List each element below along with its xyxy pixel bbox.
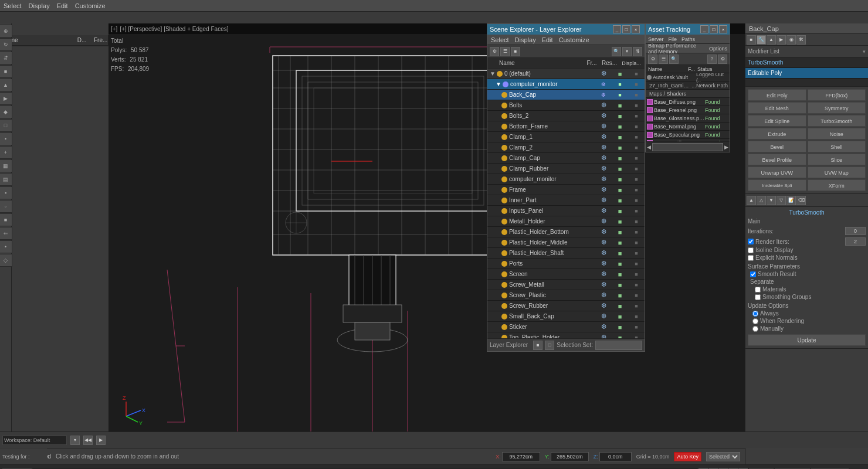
se-toolbar-icon3[interactable]: ■ [511,47,520,56]
ts-smoothing-check[interactable] [755,294,761,300]
stack-icon6[interactable]: ⌫ [796,196,806,205]
tool-6[interactable]: ▶ [0,92,12,105]
se-toolbar-icon1[interactable]: ⚙ [490,47,499,56]
tool-14[interactable]: ▫ [0,200,12,213]
ts-render-iters-check[interactable] [748,239,754,244]
btn-shell[interactable]: Shell [808,141,866,152]
scene-item-plastic-holder-middle[interactable]: Plastic_Holder_Middle ❆■■ [487,237,645,248]
btn-bevel-profile[interactable]: Bevel Profile [748,154,806,165]
btn-uvw-map[interactable]: UVW Map [808,166,866,178]
coord-z-input[interactable] [599,452,632,461]
timeline-nav-play[interactable]: ▶ [96,436,106,445]
close-btn[interactable]: × [632,25,640,33]
scene-footer-icon2[interactable]: □ [545,341,554,350]
btn-symmetry[interactable]: Symmetry [808,102,866,114]
at-menu-file[interactable]: File [669,36,677,42]
stack-icon1[interactable]: ▲ [747,196,756,205]
at-tool2[interactable]: ☰ [659,55,668,64]
scene-item-computer-monitor-group[interactable]: ▼ computer_monitor ❆ ■ ■ [487,79,645,90]
scene-item-bottom-frame[interactable]: Bottom_Frame ❆■■ [487,121,645,132]
btn-inrderable-spli[interactable]: Inrderable Spli [748,179,806,191]
se-toolbar-search[interactable]: 🔍 [612,47,621,56]
scene-item-clamp-rubber[interactable]: Clamp_Rubber ❆■■ [487,164,645,174]
at-tool3[interactable]: 🔍 [669,55,679,64]
coord-x-input[interactable] [502,452,540,461]
scene-item-clamp-cap[interactable]: Clamp_Cap ❆■■ [487,153,645,164]
se-toolbar-icon2[interactable]: ☰ [500,47,510,56]
asset-row-specular[interactable]: Base_Specular.png Found [646,131,730,139]
se-menu-customize[interactable]: Customize [559,36,589,43]
scene-item-bolts2[interactable]: Bolts_2 ❆■■ [487,111,645,121]
at-tool1[interactable]: ⚙ [648,55,657,64]
ts-always-radio[interactable] [752,311,758,317]
btn-noise[interactable]: Noise [808,128,866,140]
asset-list[interactable]: Autodesk Vault Logged Out (.. 27_Inch_Ga… [646,73,730,141]
tool-15[interactable]: ■ [0,213,12,226]
asset-row-normal[interactable]: Base_Normal.png Found [646,123,730,131]
btn-bevel[interactable]: Bevel [748,141,806,152]
tool-5[interactable]: ▲ [0,79,12,91]
autokey-button[interactable]: Auto Key [674,452,701,461]
se-toolbar-filter[interactable]: ▾ [622,47,632,56]
menu-edit[interactable]: Edit [57,2,68,9]
scene-item-screw-rubber[interactable]: Screw_Rubber ❆■■ [487,301,645,311]
btn-turbosmooth[interactable]: TurboSmooth [808,115,866,127]
tool-9[interactable]: • [0,132,12,145]
stack-icon5[interactable]: 📝 [786,196,796,205]
btn-unwrap-uvw[interactable]: Unwrap UVW [748,166,806,178]
scene-item-screen[interactable]: Screen ❆■■ [487,269,645,280]
tool-10[interactable]: + [0,146,12,159]
scene-item-frame[interactable]: Frame ❆■■ [487,185,645,195]
btn-ffd-box[interactable]: FFD(box) [808,89,866,101]
tool-8[interactable]: □ [0,119,12,132]
ts-isoline-check[interactable] [748,247,754,253]
ts-smooth-check[interactable] [750,271,756,277]
menu-select[interactable]: Select [4,2,22,9]
stack-icon3[interactable]: ▼ [767,196,776,205]
rp-icon-motion[interactable]: ▶ [777,35,786,45]
rp-icon-utilities[interactable]: 🛠 [796,35,806,45]
btn-extrude[interactable]: Extrude [748,128,806,140]
menu-customize[interactable]: Customize [75,2,106,9]
btn-xform[interactable]: XForm [808,179,866,191]
modifier-editable-poly[interactable]: Editable Poly [745,68,868,79]
stack-icon2[interactable]: △ [757,196,766,205]
at-tool5[interactable]: ⚙ [718,55,727,64]
at-close[interactable]: × [719,25,727,33]
scene-item-ports[interactable]: Ports ❆■■ [487,259,645,269]
scene-item-bolts[interactable]: Bolts ❆■■ [487,100,645,111]
stack-icon4[interactable]: ▽ [777,196,786,205]
ts-iterations-input[interactable] [845,227,866,235]
workspace-selector[interactable]: Workspace: Default [2,436,67,445]
ts-render-iters-input[interactable] [845,237,866,246]
asset-row-maps[interactable]: Maps / Shaders [646,90,730,98]
scene-list[interactable]: ▼ 0 (default) ❆ ■ ■ ▼ computer_monitor ❆… [487,69,645,338]
scene-item-plastic-holder-bottom[interactable]: Plastic_Holder_Bottom ❆■■ [487,227,645,237]
rp-icon-display[interactable]: ◉ [786,35,796,45]
btn-edit-spline[interactable]: Edit Spline [748,115,806,127]
tool-13[interactable]: ▪ [0,186,12,199]
tool-select-move[interactable]: ⊕ [0,25,12,38]
scene-item-small-back-cap[interactable]: Small_Back_Cap ❆■■ [487,311,645,322]
btn-edit-mesh[interactable]: Edit Mesh [748,102,806,114]
asset-row-diffuse[interactable]: Base_Diffuse.png Found [646,98,730,106]
coord-y-input[interactable] [551,452,589,461]
tool-12[interactable]: ▤ [0,173,12,186]
workspace-icon[interactable]: ▾ [70,436,80,445]
at-menu-options[interactable]: Options [709,46,727,52]
btn-edit-poly[interactable]: Edit Poly [748,89,806,101]
scene-item-metall-holder[interactable]: Metall_Holder ❆■■ [487,216,645,227]
ts-when-rendering-radio[interactable] [752,318,758,324]
rp-icon-hierarchy[interactable]: ▲ [767,35,776,45]
viewport-plus[interactable]: [+] [111,26,117,32]
scene-item-back-cap[interactable]: Back_Cap ❆ ■ ■ [487,90,645,100]
viewport-perspective[interactable]: [+] [Perspective] [Shaded + Edged Faces] [120,26,228,32]
at-maximize[interactable]: □ [710,25,718,33]
btn-slice[interactable]: Slice [808,154,866,165]
se-menu-edit[interactable]: Edit [542,36,553,43]
scene-item-layer0[interactable]: ▼ 0 (default) ❆ ■ ■ [487,69,645,79]
modifier-stack[interactable]: TurboSmooth Editable Poly [745,57,868,87]
scene-item-computer-monitor[interactable]: computer_monitor ❆■■ [487,174,645,185]
se-menu-select[interactable]: Select [491,36,509,43]
scene-item-clamp1[interactable]: Clamp_1 ❆■■ [487,132,645,142]
